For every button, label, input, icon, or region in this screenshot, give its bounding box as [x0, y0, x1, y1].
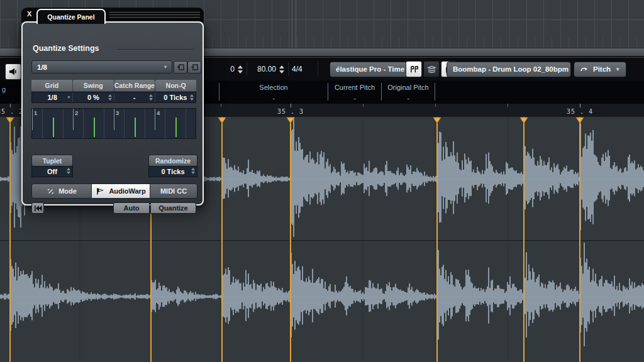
- quantize-apply-button[interactable]: Quantize: [150, 202, 196, 214]
- info-divider: [381, 83, 382, 101]
- audiowarp-icon: [96, 187, 105, 195]
- sample-editor-window: 0 80.00 4/4 élastique Pro - Time ▼: [0, 0, 644, 362]
- swing-header[interactable]: Swing: [73, 80, 114, 91]
- nonq-stepper[interactable]: [190, 94, 194, 101]
- clip-name-dropdown[interactable]: Boombap - Drum Loop 02_80bpm ▼: [447, 62, 571, 77]
- offset-field[interactable]: 0: [214, 58, 247, 80]
- sub-line: [83, 109, 84, 138]
- mode-tabs: Mode AudioWarp MIDI CC: [31, 184, 197, 199]
- swing-value[interactable]: 0 %: [73, 92, 114, 102]
- separator: [288, 62, 289, 76]
- audition-button[interactable]: [5, 63, 21, 80]
- tuplet-button[interactable]: Tuplet: [31, 155, 73, 167]
- nonq-value[interactable]: 0 Ticks: [155, 92, 196, 102]
- quantize-target-line: [94, 118, 95, 137]
- grid-header[interactable]: Grid: [31, 80, 72, 91]
- tuplet-value[interactable]: Off: [31, 166, 73, 177]
- algorithm-dropdown[interactable]: élastique Pro - Time ▼: [330, 62, 416, 77]
- pitch-label: Pitch: [593, 65, 611, 73]
- warp-marker-handle[interactable]: [218, 118, 226, 123]
- heading-rule: [117, 49, 194, 50]
- panel-tab[interactable]: Quantize Panel: [36, 9, 106, 24]
- warp-marker-handle[interactable]: [576, 118, 584, 123]
- randomize-stepper[interactable]: [191, 168, 195, 174]
- clipped-label-fragment: g: [2, 85, 6, 93]
- info-item-current-pitch: Current Pitch-: [329, 84, 380, 102]
- layers-icon: [427, 65, 436, 74]
- quantize-target-line: [175, 118, 177, 137]
- timesig-field[interactable]: 4/4: [292, 58, 316, 80]
- swing-stepper[interactable]: [108, 94, 112, 101]
- waveform-lane: [1, 243, 643, 346]
- grid-value[interactable]: 1/8 ▾: [32, 92, 73, 102]
- info-item-original-pitch: Original Pitch-: [382, 84, 435, 102]
- speaker-icon: [8, 67, 18, 77]
- add-preset-icon: [177, 63, 185, 71]
- lane-separator: [0, 240, 644, 241]
- remove-preset-button[interactable]: [187, 61, 201, 74]
- quantize-columns-values: 1/8 ▾ 0 % - 0 Ticks: [31, 92, 196, 103]
- warp-marker-handle[interactable]: [6, 118, 14, 123]
- drag-grip[interactable]: [109, 12, 200, 19]
- beat-number: 2: [75, 109, 78, 116]
- sub-line: [124, 109, 125, 138]
- close-button[interactable]: X: [27, 10, 31, 18]
- clip-dropdown-wrap: Boombap - Drum Loop 02_80bpm ▼: [447, 58, 571, 80]
- tuplet-stepper[interactable]: [67, 168, 70, 174]
- ruler-label: 35 . 4: [561, 108, 599, 115]
- tab-audiowarp[interactable]: AudioWarp: [92, 184, 150, 198]
- beat-number: 3: [116, 109, 119, 116]
- layers-button[interactable]: [423, 61, 440, 77]
- algorithm-value: élastique Pro - Time: [336, 65, 404, 73]
- beat-number: 4: [157, 109, 160, 116]
- remove-preset-icon: [191, 63, 199, 71]
- ruler-sub-tick: [363, 104, 364, 107]
- randomize-button[interactable]: Randomize: [148, 155, 197, 167]
- beat-line: [114, 109, 114, 130]
- auto-button[interactable]: Auto: [113, 202, 150, 214]
- info-item-selection: Selection-: [220, 84, 327, 102]
- separator: [247, 62, 247, 76]
- ruler-sub-tick: [508, 104, 508, 107]
- catch-range-stepper[interactable]: [149, 94, 153, 101]
- chevron-down-icon: ▾: [164, 64, 167, 70]
- ruler-sub-tick: [435, 104, 436, 107]
- pitch-dropdown[interactable]: Pitch ▼: [574, 62, 626, 77]
- sub-line: [145, 109, 145, 138]
- chevron-down-icon: ▾: [68, 95, 70, 100]
- nonq-header[interactable]: Non-Q: [155, 80, 196, 91]
- mode-icon: [47, 187, 55, 195]
- tab-midicc[interactable]: MIDI CC: [150, 184, 197, 198]
- chevron-down-icon: ▼: [615, 67, 620, 72]
- tempo-stepper[interactable]: [279, 65, 284, 74]
- save-preset-button[interactable]: [174, 61, 187, 74]
- reset-button[interactable]: [31, 202, 44, 214]
- warp-marker-handle[interactable]: [520, 118, 528, 123]
- pitch-dropdown-wrap: Pitch ▼: [574, 58, 626, 80]
- ruler-beat-tick: [291, 104, 291, 107]
- ruler-beat-tick: [10, 104, 11, 107]
- beat-line: [196, 109, 196, 130]
- warp-tab-button[interactable]: [406, 61, 422, 77]
- beat-line: [155, 109, 155, 130]
- quantize-target-line: [135, 118, 136, 137]
- warp-marker-handle[interactable]: [433, 118, 441, 123]
- pitch-shift-icon: [580, 65, 589, 73]
- tab-mode[interactable]: Mode: [32, 184, 92, 198]
- preset-value: 1/8: [37, 63, 47, 71]
- randomize-value[interactable]: 0 Ticks: [148, 166, 197, 177]
- ruler-label: 35 . 3: [272, 108, 309, 115]
- quantize-target-line: [53, 118, 54, 137]
- clip-name: Boombap - Drum Loop 02_80bpm: [453, 65, 569, 73]
- catch-range-header[interactable]: Catch Range: [114, 80, 155, 91]
- catch-range-value[interactable]: -: [114, 92, 155, 102]
- sub-line: [104, 109, 104, 138]
- tempo-field[interactable]: 80.00: [249, 58, 288, 80]
- section-heading: Quantize Settings: [33, 44, 99, 53]
- warp-marker-handle[interactable]: [287, 118, 294, 123]
- preset-dropdown[interactable]: 1/8 ▾: [31, 60, 172, 74]
- arrange-barline: [292, 0, 296, 48]
- offset-stepper[interactable]: [238, 65, 243, 74]
- algorithm-dropdown-wrap: élastique Pro - Time ▼: [330, 58, 416, 80]
- beat-number: 1: [34, 109, 37, 116]
